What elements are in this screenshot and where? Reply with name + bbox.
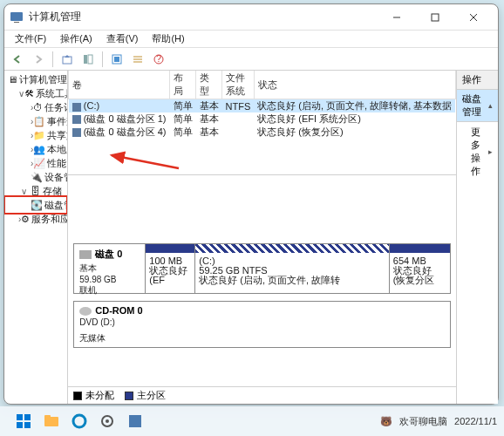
tree-storage[interactable]: ∨🗄存储 <box>6 184 65 198</box>
perf-icon: 📈 <box>33 157 45 169</box>
disk-graphical-view: 磁盘 0 基本 59.98 GB 联机 100 MB状态良好 (EF (C:)5… <box>68 238 456 386</box>
minimize-button[interactable] <box>378 5 416 30</box>
col-status[interactable]: 状态 <box>254 71 455 99</box>
menu-help[interactable]: 帮助(H) <box>145 31 191 47</box>
col-type[interactable]: 类型 <box>196 71 222 99</box>
device-icon: 🔌 <box>31 171 43 183</box>
attribution-text: 欢哥聊电脑 <box>399 415 447 428</box>
chevron-up-icon: ▴ <box>488 101 493 110</box>
tree-device-manager[interactable]: 🔌设备管理器 <box>6 170 65 184</box>
collapse-icon[interactable]: ∨ <box>18 89 24 99</box>
tree-services-apps[interactable]: ›⚙服务和应用程序 <box>6 212 65 226</box>
list-button[interactable] <box>128 50 147 69</box>
actions-header: 操作 <box>457 71 498 90</box>
window-title: 计算机管理 <box>29 10 378 24</box>
cdrom-row[interactable]: CD-ROM 0 DVD (D:) 无媒体 <box>73 301 451 348</box>
svg-rect-18 <box>24 414 31 420</box>
col-volume[interactable]: 卷 <box>69 71 170 99</box>
menu-view[interactable]: 查看(V) <box>99 31 146 47</box>
actions-pane: 操作 磁盘管理▴ 更多操作▸ <box>457 71 498 404</box>
show-hide-tree-button[interactable] <box>78 50 98 69</box>
tree-event-viewer[interactable]: ›📋事件查看器 <box>6 114 65 128</box>
legend-unallocated-swatch <box>73 392 82 400</box>
volume-icon <box>72 115 81 124</box>
close-button[interactable] <box>454 5 493 30</box>
system-tray[interactable]: 🐻 欢哥聊电脑 2022/11/1 <box>380 415 497 428</box>
tree-task-scheduler[interactable]: ›⏱任务计划程序 <box>6 100 65 114</box>
partition-recovery[interactable]: 654 MB状态良好 (恢复分区 <box>389 244 450 293</box>
svg-rect-3 <box>432 14 439 21</box>
log-icon: 📋 <box>33 115 45 127</box>
menubar: 文件(F) 操作(A) 查看(V) 帮助(H) <box>4 31 498 48</box>
titlebar[interactable]: 计算机管理 <box>4 4 498 31</box>
clock-icon: ⏱ <box>33 101 43 113</box>
legend-primary-swatch <box>125 392 133 400</box>
settings-icon[interactable] <box>96 410 119 433</box>
volume-row[interactable]: (C:) 简单基本NTFS状态良好 (启动, 页面文件, 故障转储, 基本数据 <box>69 99 456 113</box>
svg-rect-7 <box>84 55 87 64</box>
volume-icon <box>72 128 81 137</box>
tree-disk-management[interactable]: 💽磁盘管理 <box>6 198 65 212</box>
tree-performance[interactable]: ›📈性能 <box>6 156 65 170</box>
users-icon: 👥 <box>33 143 45 155</box>
forward-button[interactable] <box>29 50 48 69</box>
app-icon <box>10 10 24 24</box>
tree-local-users[interactable]: ›👥本地用户和组 <box>6 142 65 156</box>
tools-icon: 🛠 <box>24 87 34 99</box>
svg-rect-26 <box>129 415 141 427</box>
tree-system-tools[interactable]: ∨🛠系统工具 <box>6 86 65 100</box>
up-button[interactable] <box>58 50 77 69</box>
volume-row[interactable]: (磁盘 0 磁盘分区 4) 简单基本状态良好 (恢复分区) <box>69 126 456 139</box>
svg-rect-22 <box>44 415 51 419</box>
svg-rect-10 <box>114 57 119 62</box>
collapse-icon[interactable]: ∨ <box>18 187 29 196</box>
maximize-button[interactable] <box>416 5 454 30</box>
volume-list[interactable]: 卷 布局 类型 文件系统 状态 (C:) 简单基本NTFS状态良好 (启动, 页… <box>68 71 456 175</box>
cdrom-info[interactable]: CD-ROM 0 DVD (D:) 无媒体 <box>74 302 450 347</box>
toolbar: ? <box>4 48 498 71</box>
svg-point-23 <box>73 415 85 427</box>
taskbar[interactable]: 🐻 欢哥聊电脑 2022/11/1 <box>0 406 504 436</box>
computer-management-window: 计算机管理 文件(F) 操作(A) 查看(V) 帮助(H) ? 🖥计算机管理(本… <box>3 3 499 405</box>
folder-icon: 📁 <box>33 129 45 141</box>
col-filesystem[interactable]: 文件系统 <box>222 71 255 99</box>
svg-text:?: ? <box>156 53 161 64</box>
explorer-icon[interactable] <box>40 410 63 433</box>
help-button[interactable]: ? <box>149 50 168 69</box>
disk-0-info[interactable]: 磁盘 0 基本 59.98 GB 联机 <box>74 244 146 293</box>
app-icon[interactable] <box>124 410 146 433</box>
chevron-right-icon: ▸ <box>488 147 493 156</box>
storage-icon: 🗄 <box>29 185 41 197</box>
more-actions[interactable]: 更多操作▸ <box>457 122 498 181</box>
cdrom-icon <box>79 307 92 316</box>
partition-efi[interactable]: 100 MB状态良好 (EF <box>146 244 194 293</box>
svg-rect-1 <box>14 22 19 23</box>
tree-shared-folders[interactable]: ›📁共享文件夹 <box>6 128 65 142</box>
edge-icon[interactable] <box>68 410 91 433</box>
disk-icon: 💽 <box>31 199 43 211</box>
svg-point-25 <box>106 419 109 423</box>
menu-action[interactable]: 操作(A) <box>53 31 99 47</box>
svg-rect-19 <box>17 422 23 428</box>
legend: 未分配 主分区 <box>68 386 456 404</box>
nav-tree[interactable]: 🖥计算机管理(本地) ∨🛠系统工具 ›⏱任务计划程序 ›📋事件查看器 ›📁共享文… <box>4 71 68 404</box>
svg-rect-17 <box>17 414 23 420</box>
tray-date: 2022/11/1 <box>454 416 497 426</box>
tree-root[interactable]: 🖥计算机管理(本地) <box>6 72 65 86</box>
svg-rect-6 <box>63 57 72 64</box>
partition-c[interactable]: (C:)59.25 GB NTFS状态良好 (启动, 页面文件, 故障转 <box>194 244 389 293</box>
disk-0-row[interactable]: 磁盘 0 基本 59.98 GB 联机 100 MB状态良好 (EF (C:)5… <box>73 243 451 294</box>
menu-file[interactable]: 文件(F) <box>8 31 53 47</box>
start-button[interactable] <box>12 410 35 433</box>
services-icon: ⚙ <box>21 213 30 225</box>
col-layout[interactable]: 布局 <box>170 71 196 99</box>
volume-icon <box>72 103 81 112</box>
center-pane: 卷 布局 类型 文件系统 状态 (C:) 简单基本NTFS状态良好 (启动, 页… <box>68 71 457 404</box>
attribution-icon: 🐻 <box>380 416 392 427</box>
svg-rect-20 <box>24 422 31 428</box>
actions-context[interactable]: 磁盘管理▴ <box>457 90 498 122</box>
volume-row[interactable]: (磁盘 0 磁盘分区 1) 简单基本状态良好 (EFI 系统分区) <box>69 112 456 126</box>
svg-rect-8 <box>88 55 92 64</box>
back-button[interactable] <box>8 50 27 69</box>
refresh-button[interactable] <box>107 50 126 69</box>
